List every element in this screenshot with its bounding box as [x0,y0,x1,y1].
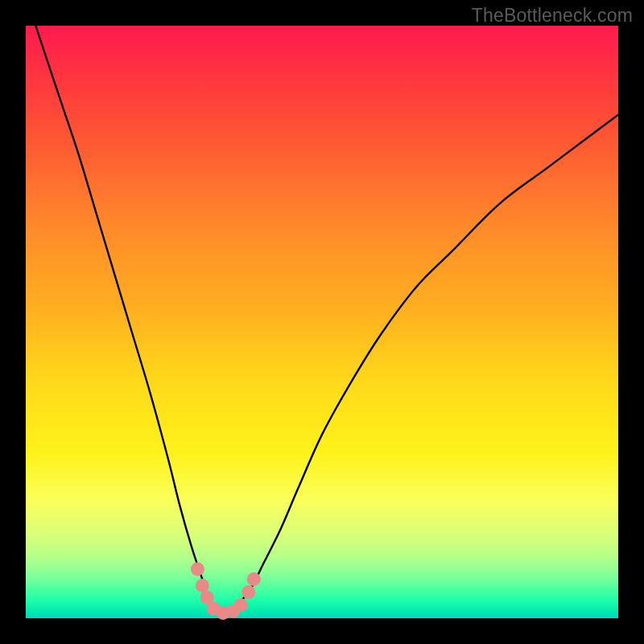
bottleneck-curve-path [26,0,618,614]
curve-marker [191,562,204,576]
bottleneck-curve-svg [26,26,618,618]
watermark-text: TheBottleneck.com [472,5,633,27]
curve-marker [242,585,255,599]
curve-marker [247,572,261,586]
curve-marker [196,579,209,592]
curve-marker [234,598,248,612]
marker-group [191,562,261,619]
curve-group [26,0,618,614]
